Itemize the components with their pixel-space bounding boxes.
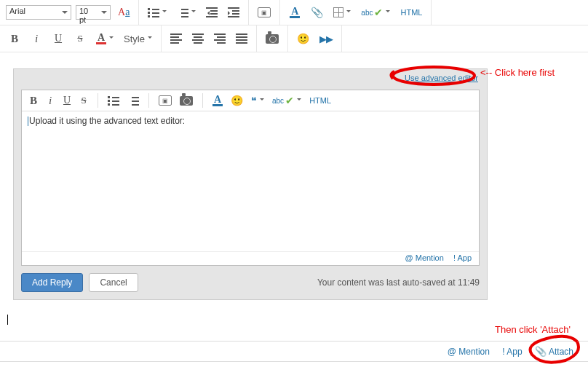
advanced-editor-link[interactable]: Use advanced editor [405, 74, 478, 82]
abc-icon: abc [272, 97, 284, 105]
style-dropdown[interactable]: Style [121, 31, 155, 47]
reply-quote-button[interactable]: ❝ [248, 93, 267, 108]
add-reply-button[interactable]: Add Reply [21, 273, 83, 292]
html-icon: HTML [400, 8, 422, 17]
reply-underline-button[interactable]: U [60, 93, 74, 108]
font-color-icon: A [96, 33, 106, 44]
more-icon: ▶▶ [319, 33, 333, 44]
reply-toolbar: B i U S ▣ A 🙂 ❝ abc✔ HTML [22, 90, 479, 111]
remove-format-icon [118, 7, 130, 18]
text-color-icon: A [290, 7, 300, 18]
bullet-list-icon [108, 95, 119, 106]
align-justify-icon [236, 33, 247, 44]
numbered-list-icon [177, 7, 188, 17]
spellcheck-button[interactable]: abc✔ [358, 4, 393, 20]
bullet-list-button[interactable] [145, 4, 170, 20]
autosave-text: Your content was last auto-saved at 11:4… [317, 277, 480, 288]
app-link[interactable]: ! App [453, 253, 472, 262]
align-right-icon [214, 33, 226, 44]
reply-spellcheck-button[interactable]: abc✔ [269, 93, 304, 108]
reply-text-color-button[interactable]: A [210, 93, 226, 108]
reply-textarea[interactable]: Upload it using the advanced text editor… [22, 111, 479, 251]
align-left-icon [170, 33, 182, 44]
italic-button[interactable]: i [28, 31, 45, 47]
table-button[interactable] [330, 4, 354, 20]
quote-icon: ❝ [251, 95, 257, 107]
reply-panel-footer: Add Reply Cancel Your content was last a… [21, 273, 480, 292]
reply-italic-button[interactable]: i [43, 93, 57, 108]
more-button[interactable]: ▶▶ [317, 31, 335, 47]
bullet-list-icon [148, 7, 159, 17]
table-icon [333, 7, 343, 17]
numbered-list-icon [127, 95, 139, 106]
bold-button[interactable]: B [6, 31, 23, 47]
font-color-button[interactable]: A [93, 31, 116, 47]
text-color-icon: A [212, 95, 223, 106]
reply-editor: B i U S ▣ A 🙂 ❝ abc✔ HTML Upload it usin… [21, 90, 480, 266]
cancel-button[interactable]: Cancel [89, 273, 138, 292]
reply-media-button[interactable]: ▣ [156, 93, 175, 108]
reply-html-button[interactable]: HTML [306, 93, 334, 108]
outer-toolbar-row1: Arial 10 pt ▣ A 📎 abc✔ HT [0, 0, 588, 25]
camera-icon [180, 96, 193, 106]
align-center-button[interactable] [189, 31, 207, 47]
emoji-button[interactable]: 🙂 [294, 31, 312, 47]
outer-toolbar: Arial 10 pt ▣ A 📎 abc✔ HT [0, 0, 588, 52]
reply-numbered-list-button[interactable] [124, 93, 142, 108]
attach-button[interactable]: 📎 [308, 4, 326, 20]
underline-button[interactable]: U [49, 31, 67, 47]
media-icon: ▣ [258, 7, 271, 17]
outdent-button[interactable] [203, 4, 220, 20]
reply-strike-button[interactable]: S [76, 93, 91, 108]
insert-media-button[interactable]: ▣ [255, 4, 274, 20]
align-center-icon [192, 33, 204, 44]
strike-button[interactable]: S [71, 31, 89, 47]
html-icon: HTML [309, 96, 331, 105]
reply-camera-button[interactable] [177, 93, 196, 108]
numbered-list-button[interactable] [174, 4, 199, 20]
outdent-icon [206, 7, 218, 17]
reply-bold-button[interactable]: B [26, 93, 41, 108]
paperclip-icon: 📎 [311, 7, 323, 18]
smile-icon: 🙂 [297, 33, 309, 44]
align-right-button[interactable] [211, 31, 229, 47]
media-icon: ▣ [159, 95, 172, 106]
reply-body-text: Upload it using the advanced text editor… [29, 116, 185, 126]
style-label: Style [124, 33, 145, 44]
align-left-button[interactable] [167, 31, 185, 47]
mention-link[interactable]: @ Mention [405, 253, 444, 262]
reply-panel: Use advanced editor B i U S ▣ A 🙂 ❝ abc✔… [13, 68, 488, 300]
indent-icon [228, 7, 239, 17]
camera-button[interactable] [263, 31, 282, 47]
indent-button[interactable] [225, 4, 242, 20]
text-color-button[interactable]: A [286, 4, 303, 20]
check-icon: ✔ [285, 95, 294, 106]
font-family-select[interactable]: Arial [6, 5, 71, 20]
camera-icon [266, 34, 279, 44]
reply-bullet-list-button[interactable] [105, 93, 122, 108]
remove-format-button[interactable] [115, 4, 132, 20]
abc-icon: abc [361, 9, 373, 17]
reply-editor-footer: @ Mention ! App [22, 251, 479, 265]
font-size-select[interactable]: 10 pt [76, 5, 111, 20]
smile-icon: 🙂 [231, 95, 243, 106]
annotation-text-first: <-- Click here first [480, 67, 555, 78]
outer-toolbar-row2: B i U S A Style 🙂 ▶▶ [0, 25, 588, 52]
check-icon: ✔ [374, 7, 383, 18]
align-justify-button[interactable] [233, 31, 250, 47]
reply-emoji-button[interactable]: 🙂 [228, 93, 246, 108]
html-source-button[interactable]: HTML [397, 4, 425, 20]
